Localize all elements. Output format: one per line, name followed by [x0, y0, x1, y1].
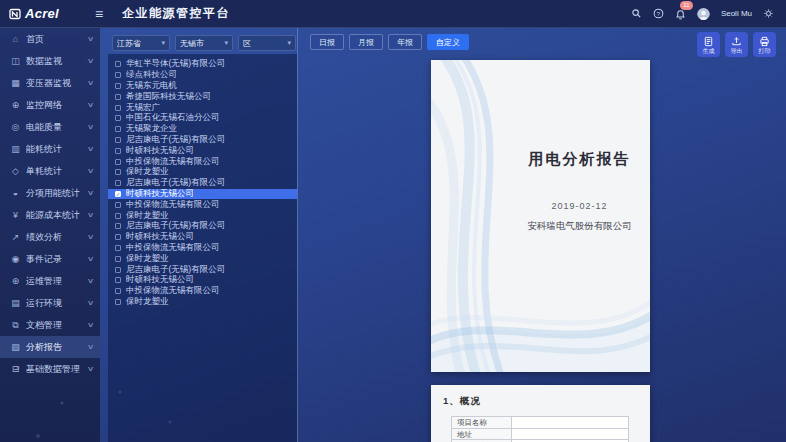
- sidebar-item-label: 能耗统计: [26, 143, 83, 156]
- tab-daily[interactable]: 日报: [310, 34, 344, 50]
- chevron-down-icon: ∨: [87, 343, 95, 351]
- help-icon[interactable]: ?: [653, 8, 664, 19]
- checkbox[interactable]: [115, 148, 121, 154]
- sidebar-item-power-quality[interactable]: ◎电能质量∨: [0, 116, 100, 138]
- checkbox[interactable]: [115, 83, 121, 89]
- sidebar-item-monitoring-network[interactable]: ⊕监控网络∨: [0, 94, 100, 116]
- select-province[interactable]: 江苏省▾: [112, 35, 170, 51]
- search-icon[interactable]: [631, 8, 642, 19]
- sidebar-item-label: 单耗统计: [26, 165, 83, 178]
- company-row[interactable]: 尼吉康电子(无锡)有限公司: [108, 221, 297, 232]
- settings-gear-icon[interactable]: [763, 8, 774, 19]
- sidebar-item-home[interactable]: ⌂首页∨: [0, 28, 100, 50]
- checkbox[interactable]: [115, 223, 121, 229]
- checkbox[interactable]: [115, 159, 121, 165]
- company-row[interactable]: 保时龙塑业: [108, 297, 297, 308]
- tab-monthly[interactable]: 月报: [349, 34, 383, 50]
- select-city[interactable]: 无锡市▾: [175, 35, 233, 51]
- checkbox[interactable]: [115, 202, 121, 208]
- svg-text:?: ?: [657, 11, 661, 17]
- checkbox[interactable]: [115, 234, 121, 240]
- chevron-down-icon: ∨: [87, 123, 95, 131]
- company-row[interactable]: 尼吉康电子(无锡)有限公司: [108, 264, 297, 275]
- monitoring-network-icon: ⊕: [10, 100, 21, 110]
- company-row[interactable]: 希捷国际科技无锡公司: [108, 91, 297, 102]
- bell-icon[interactable]: 11: [675, 8, 686, 20]
- company-row[interactable]: 保时龙塑业: [108, 167, 297, 178]
- company-row[interactable]: 中投保物流无锡有限公司: [108, 156, 297, 167]
- checkbox[interactable]: [115, 61, 121, 67]
- company-row[interactable]: 无锡东元电机: [108, 81, 297, 92]
- sidebar-item-data-monitoring[interactable]: ◫数据监视∨: [0, 50, 100, 72]
- table-label-cell: 地址: [452, 429, 512, 440]
- company-row[interactable]: 保时龙塑业: [108, 253, 297, 264]
- chevron-down-icon: ∨: [87, 277, 95, 285]
- company-row[interactable]: ✓时硕科技无锡公司: [108, 189, 297, 200]
- checkbox[interactable]: [115, 126, 121, 132]
- company-row[interactable]: 中投保物流无锡有限公司: [108, 243, 297, 254]
- checkbox[interactable]: [115, 267, 121, 273]
- filter-row: 江苏省▾无锡市▾区▾: [112, 35, 296, 51]
- checkbox[interactable]: [115, 299, 121, 305]
- sidebar-item-label: 数据监视: [26, 55, 83, 68]
- print-button[interactable]: 打印: [753, 32, 776, 57]
- company-row[interactable]: 华虹半导体(无锡)有限公司: [108, 59, 297, 70]
- sidebar-item-label: 分析报告: [26, 341, 83, 354]
- sidebar-item-label: 绩效分析: [26, 231, 83, 244]
- company-row[interactable]: 无锡宏广: [108, 102, 297, 113]
- sidebar-item-om-management[interactable]: ⊛运维管理∨: [0, 270, 100, 292]
- hamburger-menu-icon[interactable]: ≡: [88, 6, 110, 22]
- generate-button[interactable]: 生成: [697, 32, 720, 57]
- checkbox[interactable]: ✓: [115, 191, 121, 197]
- sidebar-item-energy-cost[interactable]: ¥能源成本统计∨: [0, 204, 100, 226]
- sidebar-item-subitem-energy[interactable]: ◒分项用能统计∨: [0, 182, 100, 204]
- chevron-down-icon: ▾: [287, 39, 291, 47]
- sidebar-item-unit-consumption[interactable]: ◇单耗统计∨: [0, 160, 100, 182]
- company-row[interactable]: 中投保物流无锡有限公司: [108, 199, 297, 210]
- sidebar-item-energy-statistics[interactable]: ▥能耗统计∨: [0, 138, 100, 160]
- home-icon: ⌂: [10, 34, 21, 44]
- checkbox[interactable]: [115, 105, 121, 111]
- checkbox[interactable]: [115, 94, 121, 100]
- checkbox[interactable]: [115, 288, 121, 294]
- avatar[interactable]: [697, 7, 710, 20]
- company-row[interactable]: 无锡聚龙企业: [108, 124, 297, 135]
- company-row[interactable]: 保时龙塑业: [108, 210, 297, 221]
- checkbox[interactable]: [115, 245, 121, 251]
- tab-custom[interactable]: 自定义: [427, 34, 469, 50]
- sidebar-item-basic-data-management[interactable]: ⊟基础数据管理∨: [0, 358, 100, 380]
- sidebar-item-label: 文档管理: [26, 319, 83, 332]
- user-name[interactable]: Seoli Mu: [721, 9, 752, 18]
- checkbox[interactable]: [115, 277, 121, 283]
- company-row[interactable]: 时硕科技无锡公司: [108, 275, 297, 286]
- sidebar-item-transformer-monitoring[interactable]: ▦变压器监视∨: [0, 72, 100, 94]
- checkbox[interactable]: [115, 213, 121, 219]
- checkbox[interactable]: [115, 256, 121, 262]
- sidebar-item-document-management[interactable]: ⧉文档管理∨: [0, 314, 100, 336]
- company-row[interactable]: 尼吉康电子(无锡)有限公司: [108, 135, 297, 146]
- sidebar-item-operating-environment[interactable]: ▤运行环境∨: [0, 292, 100, 314]
- sidebar-item-performance-analysis[interactable]: ↗绩效分析∨: [0, 226, 100, 248]
- company-row[interactable]: 时硕科技无锡公司: [108, 232, 297, 243]
- chevron-down-icon: ▾: [224, 39, 228, 47]
- tab-yearly[interactable]: 年报: [388, 34, 422, 50]
- select-value: 区: [243, 38, 287, 49]
- company-row[interactable]: 尼吉康电子(无锡)有限公司: [108, 178, 297, 189]
- company-row[interactable]: 绿点科技公司: [108, 70, 297, 81]
- company-row[interactable]: 中国石化无锡石油分公司: [108, 113, 297, 124]
- sidebar-item-analysis-report[interactable]: ▨分析报告∨: [0, 336, 100, 358]
- action-label: 生成: [703, 48, 715, 54]
- company-row[interactable]: 时硕科技无锡公司: [108, 145, 297, 156]
- select-district[interactable]: 区▾: [238, 35, 296, 51]
- checkbox[interactable]: [115, 180, 121, 186]
- export-button[interactable]: 导出: [725, 32, 748, 57]
- sidebar-item-label: 电能质量: [26, 121, 83, 134]
- sidebar-item-event-records[interactable]: ◉事件记录∨: [0, 248, 100, 270]
- company-row[interactable]: 中投保物流无锡有限公司: [108, 286, 297, 297]
- checkbox[interactable]: [115, 169, 121, 175]
- checkbox[interactable]: [115, 72, 121, 78]
- checkbox[interactable]: [115, 115, 121, 121]
- basic-data-management-icon: ⊟: [10, 364, 21, 374]
- sidebar-item-label: 分项用能统计: [26, 187, 83, 200]
- checkbox[interactable]: [115, 137, 121, 143]
